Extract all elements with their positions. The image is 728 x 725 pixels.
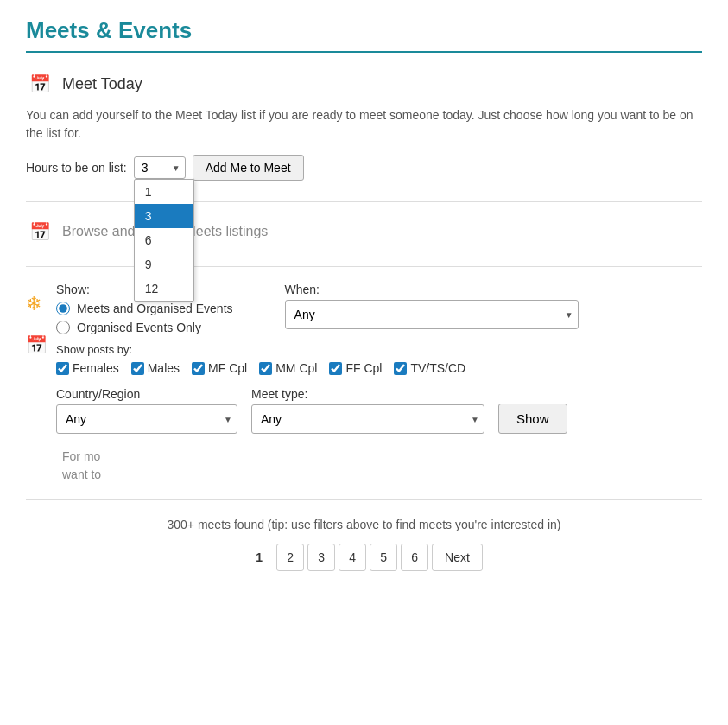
checkbox-mf-cpl-input[interactable]: [192, 362, 205, 375]
browse-header: 📅 Browse and search Meets listings: [26, 218, 702, 245]
checkbox-males-input[interactable]: [131, 362, 144, 375]
radio-row-2: Organised Events Only: [56, 321, 233, 334]
checkbox-females-label: Females: [73, 361, 119, 375]
meet-today-section: 📅 Meet Today You can add yourself to the…: [26, 70, 702, 181]
checkbox-tv-ts-cd: TV/TS/CD: [394, 361, 465, 375]
title-divider: [26, 51, 702, 53]
pagination: 1 2 3 4 5 6 Next: [26, 544, 702, 571]
checkbox-tv-ts-cd-label: TV/TS/CD: [410, 361, 465, 375]
when-select[interactable]: Any Today This Week This Month: [285, 300, 579, 329]
checkbox-mm-cpl-input[interactable]: [259, 362, 272, 375]
meet-today-description: You can add yourself to the Meet Today l…: [26, 106, 702, 143]
when-select-wrapper: Any Today This Week This Month ▼: [285, 300, 579, 329]
checkbox-tv-ts-cd-input[interactable]: [394, 362, 407, 375]
checkbox-ff-cpl-label: FF Cpl: [345, 361, 382, 375]
events-snowflake-icon: ❄: [26, 293, 41, 315]
page-btn-6[interactable]: 6: [401, 544, 428, 571]
checkboxes-section: Show posts by: Females Males MF Cpl: [56, 343, 702, 375]
country-field-group: Country/Region Any ▼: [56, 387, 237, 434]
country-label: Country/Region: [56, 387, 237, 401]
checkbox-ff-cpl: FF Cpl: [329, 361, 382, 375]
checkbox-females-input[interactable]: [56, 362, 69, 375]
meet-type-field-group: Meet type: Any ▼: [251, 387, 484, 434]
browse-calendar-icon: 📅: [26, 218, 54, 245]
checkbox-ff-cpl-input[interactable]: [329, 362, 342, 375]
meet-type-select[interactable]: Any: [251, 404, 484, 434]
checkbox-males-label: Males: [148, 361, 180, 375]
radio-row-1: Meets and Organised Events: [56, 302, 233, 315]
for-more-line1: For mo: [62, 448, 702, 466]
meet-today-title: Meet Today: [62, 75, 142, 93]
for-more-text-area: For mo want to: [26, 448, 702, 484]
dropdown-option-12[interactable]: 12: [135, 277, 193, 301]
country-meet-row: Country/Region Any ▼ Meet type: Any: [56, 387, 702, 434]
divider-results: [26, 499, 702, 500]
checkbox-mm-cpl: MM Cpl: [259, 361, 317, 375]
page-current: 1: [245, 544, 273, 571]
page-btn-3[interactable]: 3: [307, 544, 335, 571]
hours-select-wrapper: 1 3 6 9 12 ▼ 1 3 6 9 12: [134, 156, 186, 179]
meet-type-label: Meet type:: [251, 387, 484, 401]
checkbox-mf-cpl: MF Cpl: [192, 361, 247, 375]
dropdown-option-9[interactable]: 9: [135, 252, 193, 277]
hours-label: Hours to be on list:: [26, 161, 127, 175]
hours-select[interactable]: 1 3 6 9 12: [134, 156, 186, 179]
events-header: ❄ 📅 Show: Meets and Organised Events: [26, 283, 702, 434]
add-me-button[interactable]: Add Me to Meet: [193, 155, 304, 181]
checkbox-row: Females Males MF Cpl MM Cpl: [56, 361, 702, 375]
when-section: When: Any Today This Week This Month ▼: [285, 283, 579, 329]
page-btn-4[interactable]: 4: [339, 544, 366, 571]
results-section: 300+ meets found (tip: use filters above…: [26, 518, 702, 571]
show-posts-label: Show posts by:: [56, 343, 702, 356]
for-more-line2: want to: [62, 466, 702, 484]
page-btn-2[interactable]: 2: [276, 544, 304, 571]
checkbox-males: Males: [131, 361, 180, 375]
dropdown-option-6[interactable]: 6: [135, 228, 193, 252]
hours-row: Hours to be on list: 1 3 6 9 12 ▼ 1 3 6 …: [26, 155, 702, 181]
radio-organised-only[interactable]: [56, 321, 70, 334]
divider-2: [26, 266, 702, 267]
country-select[interactable]: Any: [56, 404, 237, 434]
meet-type-select-wrapper: Any ▼: [251, 404, 484, 434]
dropdown-option-3[interactable]: 3: [135, 204, 193, 228]
meet-today-header: 📅 Meet Today: [26, 70, 702, 98]
results-count: 300+ meets found (tip: use filters above…: [26, 518, 702, 531]
radio-meets-organised[interactable]: [56, 302, 70, 315]
divider-1: [26, 201, 702, 202]
checkbox-mm-cpl-label: MM Cpl: [275, 361, 317, 375]
country-select-wrapper: Any ▼: [56, 404, 237, 434]
events-calendar-icon-2: 📅: [26, 334, 47, 355]
page-title: Meets & Events: [26, 17, 702, 44]
radio-organised-only-label: Organised Events Only: [77, 321, 201, 334]
calendar-icon: 📅: [26, 70, 54, 98]
browse-section: 📅 Browse and search Meets listings: [26, 218, 702, 245]
checkbox-mf-cpl-label: MF Cpl: [208, 361, 247, 375]
page-btn-5[interactable]: 5: [370, 544, 397, 571]
next-button[interactable]: Next: [432, 544, 483, 571]
dropdown-option-1[interactable]: 1: [135, 180, 193, 204]
events-section: ❄ 📅 Show: Meets and Organised Events: [26, 283, 702, 434]
checkbox-females: Females: [56, 361, 119, 375]
radio-meets-organised-label: Meets and Organised Events: [77, 302, 233, 315]
when-label: When:: [285, 283, 579, 296]
show-button[interactable]: Show: [498, 404, 567, 434]
hours-dropdown: 1 3 6 9 12: [134, 179, 194, 302]
